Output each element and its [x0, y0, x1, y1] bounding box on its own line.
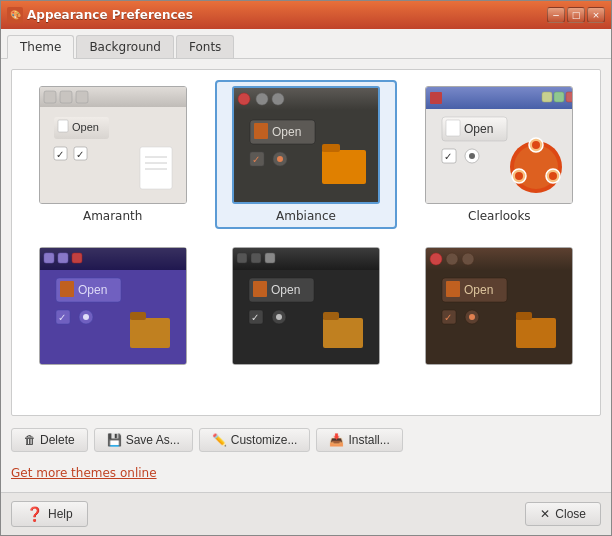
- delete-button[interactable]: 🗑 Delete: [11, 428, 88, 452]
- svg-rect-64: [60, 281, 74, 297]
- app-icon: 🎨: [7, 7, 23, 23]
- theme-6[interactable]: Open ✓: [409, 241, 590, 376]
- theme-clearlooks-label: Clearlooks: [468, 209, 531, 223]
- svg-rect-85: [323, 318, 363, 348]
- svg-point-84: [276, 314, 282, 320]
- minimize-button[interactable]: −: [547, 7, 565, 23]
- svg-point-20: [256, 93, 268, 105]
- svg-text:Open: Open: [464, 283, 493, 297]
- svg-rect-31: [322, 144, 340, 152]
- svg-point-52: [549, 172, 557, 180]
- svg-text:✓: ✓: [76, 149, 84, 160]
- svg-text:Open: Open: [72, 121, 99, 133]
- content-area: Open ✓ ✓ Amaranth: [1, 59, 611, 492]
- svg-point-99: [469, 314, 475, 320]
- save-as-button[interactable]: 💾 Save As...: [94, 428, 193, 452]
- theme-5[interactable]: Open ✓: [215, 241, 396, 376]
- customize-button[interactable]: ✏️ Customize...: [199, 428, 311, 452]
- svg-rect-59: [44, 253, 54, 263]
- svg-rect-76: [265, 253, 275, 263]
- save-icon: 💾: [107, 433, 122, 447]
- get-more-themes-link[interactable]: Get more themes online: [11, 464, 601, 482]
- theme-5-preview: Open ✓: [232, 247, 380, 365]
- svg-point-29: [277, 156, 283, 162]
- install-button[interactable]: 📥 Install...: [316, 428, 402, 452]
- theme-clearlooks[interactable]: Open ✓: [409, 80, 590, 229]
- svg-rect-75: [251, 253, 261, 263]
- svg-text:✓: ✓: [251, 312, 259, 323]
- svg-text:Open: Open: [271, 283, 300, 297]
- titlebar: 🎨 Appearance Preferences − □ ×: [1, 1, 611, 29]
- svg-text:Open: Open: [272, 125, 301, 139]
- svg-rect-101: [516, 312, 532, 320]
- customize-label: Customize...: [231, 433, 298, 447]
- install-label: Install...: [348, 433, 389, 447]
- svg-rect-70: [130, 318, 170, 348]
- svg-rect-94: [446, 281, 460, 297]
- svg-point-21: [272, 93, 284, 105]
- tab-fonts[interactable]: Fonts: [176, 35, 234, 58]
- svg-text:✓: ✓: [56, 149, 64, 160]
- svg-text:Open: Open: [78, 283, 107, 297]
- svg-rect-36: [554, 92, 564, 102]
- footer: ❓ Help ✕ Close: [1, 492, 611, 535]
- svg-rect-4: [76, 91, 88, 103]
- help-label: Help: [48, 507, 73, 521]
- install-icon: 📥: [329, 433, 344, 447]
- tabs-bar: Theme Background Fonts: [1, 29, 611, 59]
- close-footer-icon: ✕: [540, 507, 550, 521]
- window-controls: − □ ×: [547, 7, 605, 23]
- svg-rect-34: [430, 92, 442, 104]
- delete-icon: 🗑: [24, 433, 36, 447]
- svg-point-53: [515, 172, 523, 180]
- svg-rect-30: [322, 150, 366, 184]
- window-title: Appearance Preferences: [27, 8, 543, 22]
- svg-rect-37: [566, 92, 573, 102]
- close-label: Close: [555, 507, 586, 521]
- svg-rect-7: [58, 120, 68, 132]
- theme-amaranth-label: Amaranth: [83, 209, 142, 223]
- tab-theme[interactable]: Theme: [7, 35, 74, 59]
- svg-rect-74: [237, 253, 247, 263]
- app-window: 🎨 Appearance Preferences − □ × Theme Bac…: [0, 0, 612, 536]
- svg-text:Open: Open: [464, 122, 493, 136]
- tab-background[interactable]: Background: [76, 35, 174, 58]
- svg-point-45: [469, 153, 475, 159]
- svg-text:✓: ✓: [444, 312, 452, 323]
- svg-point-90: [446, 253, 458, 265]
- theme-4[interactable]: Open ✓: [22, 241, 203, 376]
- svg-rect-79: [253, 281, 267, 297]
- svg-rect-86: [323, 312, 339, 320]
- theme-amaranth-preview: Open ✓ ✓: [39, 86, 187, 204]
- svg-point-91: [462, 253, 474, 265]
- svg-text:✓: ✓: [58, 312, 66, 323]
- theme-6-preview: Open ✓: [425, 247, 573, 365]
- theme-ambiance-preview: Open ✓: [232, 86, 380, 204]
- theme-4-preview: Open ✓: [39, 247, 187, 365]
- svg-rect-40: [446, 120, 460, 136]
- theme-ambiance[interactable]: Open ✓ Ambiance: [215, 80, 396, 229]
- svg-rect-24: [254, 123, 268, 139]
- svg-text:✓: ✓: [252, 154, 260, 165]
- theme-clearlooks-preview: Open ✓: [425, 86, 573, 204]
- svg-rect-13: [140, 147, 172, 189]
- svg-rect-71: [130, 312, 146, 320]
- maximize-button[interactable]: □: [567, 7, 585, 23]
- close-button[interactable]: ×: [587, 7, 605, 23]
- customize-icon: ✏️: [212, 433, 227, 447]
- svg-text:✓: ✓: [444, 151, 452, 162]
- help-button[interactable]: ❓ Help: [11, 501, 88, 527]
- theme-amaranth[interactable]: Open ✓ ✓ Amaranth: [22, 80, 203, 229]
- theme-ambiance-label: Ambiance: [276, 209, 336, 223]
- svg-point-89: [430, 253, 442, 265]
- svg-rect-61: [72, 253, 82, 263]
- svg-rect-2: [44, 91, 56, 103]
- themes-grid[interactable]: Open ✓ ✓ Amaranth: [11, 69, 601, 416]
- svg-rect-60: [58, 253, 68, 263]
- svg-rect-100: [516, 318, 556, 348]
- svg-point-19: [238, 93, 250, 105]
- save-as-label: Save As...: [126, 433, 180, 447]
- close-button-footer[interactable]: ✕ Close: [525, 502, 601, 526]
- help-icon: ❓: [26, 506, 43, 522]
- svg-point-51: [532, 141, 540, 149]
